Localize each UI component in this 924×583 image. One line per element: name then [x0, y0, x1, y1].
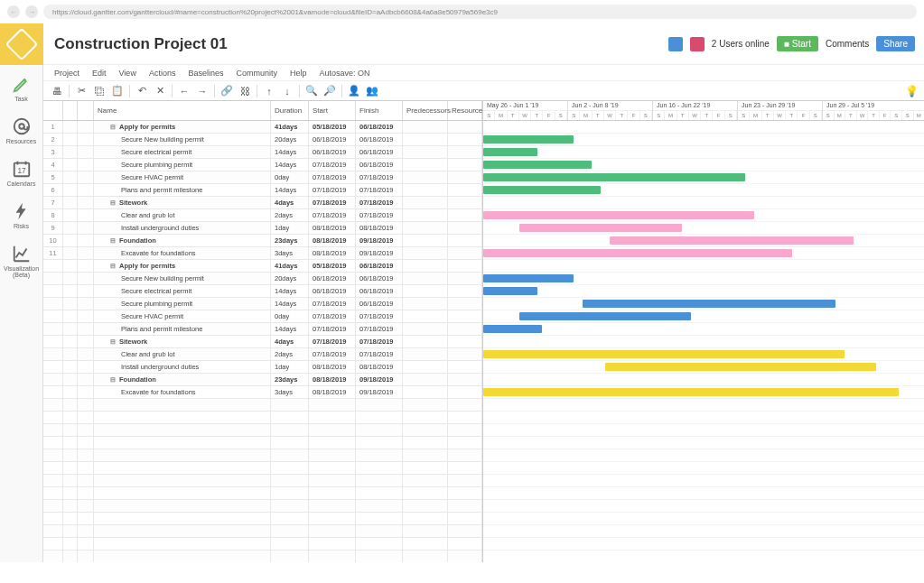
task-name[interactable]: Clear and grub lot	[94, 209, 271, 221]
gantt-row[interactable]	[483, 424, 924, 437]
gantt-row[interactable]	[483, 487, 924, 500]
group-button[interactable]: 👥	[364, 83, 380, 99]
gantt-bar[interactable]	[483, 186, 601, 194]
gantt-row[interactable]	[483, 475, 924, 487]
gantt-bar[interactable]	[483, 350, 845, 358]
table-row[interactable]	[43, 487, 482, 500]
task-pred[interactable]	[403, 323, 448, 335]
gantt-row[interactable]	[483, 273, 924, 285]
task-res[interactable]	[448, 336, 482, 347]
gantt-row[interactable]	[483, 323, 924, 336]
redo-button[interactable]: ✕	[152, 83, 168, 99]
autosave-status[interactable]: Autosave: ON	[319, 69, 369, 78]
task-start[interactable]: 07/18/2019	[309, 348, 356, 360]
task-finish[interactable]: 08/18/2019	[356, 361, 403, 373]
task-start[interactable]: 08/18/2019	[309, 222, 356, 234]
table-row[interactable]	[43, 437, 482, 449]
gantt-row[interactable]	[483, 235, 924, 247]
task-duration[interactable]: 4days	[271, 197, 309, 208]
table-row[interactable]	[43, 538, 482, 551]
unlink-button[interactable]: ⛓	[237, 83, 253, 99]
gantt-bar[interactable]	[483, 161, 592, 169]
indent-button[interactable]: →	[194, 83, 210, 99]
task-name[interactable]: Excavate for foundations	[94, 247, 271, 259]
gantt-row[interactable]	[483, 310, 924, 323]
gantt-row[interactable]	[483, 412, 924, 424]
task-pred[interactable]	[403, 260, 448, 272]
gantt-row[interactable]	[483, 298, 924, 310]
table-row[interactable]: 1⊟Apply for permits41days05/18/201906/18…	[43, 121, 482, 134]
cut-button[interactable]: ✂	[73, 83, 89, 99]
task-res[interactable]	[448, 285, 482, 297]
table-row[interactable]: 8Clear and grub lot2days07/18/201907/18/…	[43, 209, 482, 222]
menu-community[interactable]: Community	[236, 69, 277, 78]
gantt-bar[interactable]	[583, 300, 835, 308]
task-finish[interactable]: 07/18/2019	[356, 348, 403, 360]
task-finish[interactable]: 06/18/2019	[356, 146, 403, 158]
task-start[interactable]: 07/18/2019	[309, 209, 356, 221]
task-name[interactable]: ⊟Foundation	[94, 374, 271, 385]
task-res[interactable]	[448, 197, 482, 208]
table-row[interactable]: Secure HVAC permit0day07/18/201907/18/20…	[43, 310, 482, 323]
gantt-bar[interactable]	[483, 388, 899, 396]
gantt-row[interactable]	[483, 146, 924, 159]
task-start[interactable]: 05/18/2019	[309, 121, 356, 133]
task-duration[interactable]: 23days	[271, 235, 309, 246]
table-row[interactable]: Install underground duties1day08/18/2019…	[43, 361, 482, 374]
task-finish[interactable]: 07/18/2019	[356, 171, 403, 183]
task-res[interactable]	[448, 247, 482, 259]
table-row[interactable]: 10⊟Foundation23days08/18/201909/18/2019	[43, 235, 482, 247]
gantt-row[interactable]	[483, 348, 924, 361]
gantt-row[interactable]	[483, 247, 924, 260]
gantt-bar[interactable]	[483, 148, 537, 156]
task-name[interactable]: Install underground duties	[94, 361, 271, 373]
table-row[interactable]: 5Secure HVAC permit0day07/18/201907/18/2…	[43, 171, 482, 184]
task-finish[interactable]: 06/18/2019	[356, 273, 403, 284]
gantt-bar[interactable]	[483, 249, 792, 257]
col-start[interactable]: Start	[309, 101, 356, 120]
task-duration[interactable]: 14days	[271, 285, 309, 297]
task-start[interactable]: 06/18/2019	[309, 273, 356, 284]
task-pred[interactable]	[403, 134, 448, 145]
task-name[interactable]: Secure HVAC permit	[94, 310, 271, 322]
table-row[interactable]: 9Install underground duties1day08/18/201…	[43, 222, 482, 235]
gantt-row[interactable]	[483, 551, 924, 562]
task-finish[interactable]: 09/18/2019	[356, 247, 403, 259]
task-finish[interactable]: 09/18/2019	[356, 235, 403, 246]
task-name[interactable]: Excavate for foundations	[94, 386, 271, 398]
task-res[interactable]	[448, 260, 482, 272]
task-duration[interactable]: 20days	[271, 273, 309, 284]
task-duration[interactable]: 1day	[271, 222, 309, 234]
task-pred[interactable]	[403, 374, 448, 385]
gantt-row[interactable]	[483, 538, 924, 551]
gantt-row[interactable]	[483, 159, 924, 171]
gantt-row[interactable]	[483, 121, 924, 134]
task-name[interactable]: Plans and permit milestone	[94, 323, 271, 335]
task-res[interactable]	[448, 184, 482, 196]
gantt-bar[interactable]	[519, 312, 691, 320]
task-finish[interactable]: 06/18/2019	[356, 260, 403, 272]
task-start[interactable]: 08/18/2019	[309, 374, 356, 385]
sidebar-item-task[interactable]: Task	[0, 65, 43, 107]
table-row[interactable]	[43, 399, 482, 412]
task-name[interactable]: Secure plumbing permit	[94, 298, 271, 310]
logo[interactable]	[0, 23, 43, 65]
menu-help[interactable]: Help	[290, 69, 307, 78]
task-res[interactable]	[448, 386, 482, 398]
task-duration[interactable]: 4days	[271, 336, 309, 347]
task-res[interactable]	[448, 222, 482, 234]
task-start[interactable]: 06/18/2019	[309, 285, 356, 297]
task-duration[interactable]: 3days	[271, 247, 309, 259]
task-duration[interactable]: 41days	[271, 260, 309, 272]
menu-project[interactable]: Project	[54, 69, 79, 78]
task-duration[interactable]: 23days	[271, 374, 309, 385]
task-finish[interactable]: 07/18/2019	[356, 323, 403, 335]
table-row[interactable]	[43, 462, 482, 475]
table-row[interactable]: 2Secure New building permit20days06/18/2…	[43, 134, 482, 146]
sidebar-item-calendars[interactable]: 17 Calendars	[0, 150, 43, 192]
outdent-button[interactable]: ←	[176, 83, 192, 99]
task-duration[interactable]: 0day	[271, 171, 309, 183]
gantt-row[interactable]	[483, 260, 924, 273]
task-name[interactable]: Install underground duties	[94, 222, 271, 234]
gantt-row[interactable]	[483, 462, 924, 475]
